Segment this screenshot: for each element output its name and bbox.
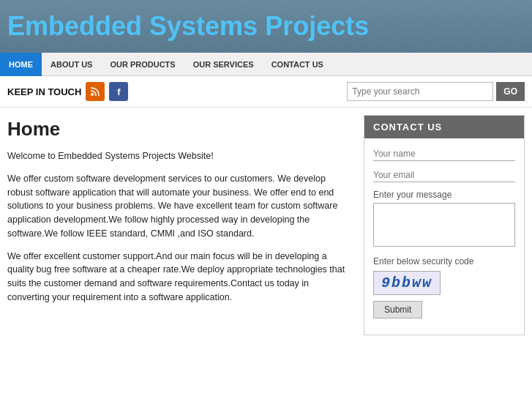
message-field: Enter your message bbox=[373, 190, 515, 249]
navbar: HOMEABOUT USOUR PRODUCTSOUR SERVICESCONT… bbox=[0, 53, 532, 76]
name-field bbox=[373, 147, 515, 161]
contact-box-body: Enter your message Enter below security … bbox=[364, 138, 524, 335]
email-input[interactable] bbox=[373, 168, 515, 182]
message-label: Enter your message bbox=[373, 190, 515, 200]
nav-item-about-us[interactable]: ABOUT US bbox=[42, 53, 101, 76]
kip-bar: KEEP IN TOUCH f GO bbox=[0, 76, 532, 108]
content-para1: Welcome to Embedded Systems Projects Web… bbox=[7, 149, 349, 163]
content-para2: We offer custom software development ser… bbox=[7, 172, 349, 241]
main-content: Home Welcome to Embedded Systems Project… bbox=[0, 108, 532, 343]
contact-box: CONTACT US Enter your message Enter belo… bbox=[364, 115, 525, 335]
nav-item-our-services[interactable]: OUR SERVICES bbox=[184, 53, 263, 76]
svg-point-0 bbox=[91, 93, 94, 96]
nav-item-our-products[interactable]: OUR PRODUCTS bbox=[101, 53, 184, 76]
content-area: Home Welcome to Embedded Systems Project… bbox=[0, 115, 356, 335]
search-area: GO bbox=[347, 82, 525, 101]
page-heading: Home bbox=[7, 118, 349, 141]
search-input[interactable] bbox=[347, 82, 493, 101]
sidebar: CONTACT US Enter your message Enter belo… bbox=[364, 115, 525, 335]
contact-box-header: CONTACT US bbox=[364, 116, 524, 138]
nav-item-home[interactable]: HOME bbox=[0, 53, 42, 76]
kip-left: KEEP IN TOUCH f bbox=[7, 82, 128, 101]
security-code: 9bbww bbox=[373, 271, 441, 295]
kip-label: KEEP IN TOUCH bbox=[7, 86, 81, 97]
go-button[interactable]: GO bbox=[496, 82, 525, 101]
content-para3: We offer excellent customer support.And … bbox=[7, 250, 349, 305]
nav-item-contact-us[interactable]: CONTACT US bbox=[263, 53, 332, 76]
rss-icon[interactable] bbox=[86, 82, 105, 101]
email-field bbox=[373, 168, 515, 182]
facebook-icon[interactable]: f bbox=[109, 82, 128, 101]
submit-button[interactable]: Submit bbox=[373, 301, 422, 318]
site-header: Embedded Systems Projects bbox=[0, 0, 532, 53]
message-textarea[interactable] bbox=[373, 203, 515, 247]
name-input[interactable] bbox=[373, 147, 515, 161]
security-label: Enter below security code bbox=[373, 256, 515, 266]
security-field: Enter below security code 9bbww Submit bbox=[373, 256, 515, 318]
site-title: Embedded Systems Projects bbox=[7, 11, 369, 42]
